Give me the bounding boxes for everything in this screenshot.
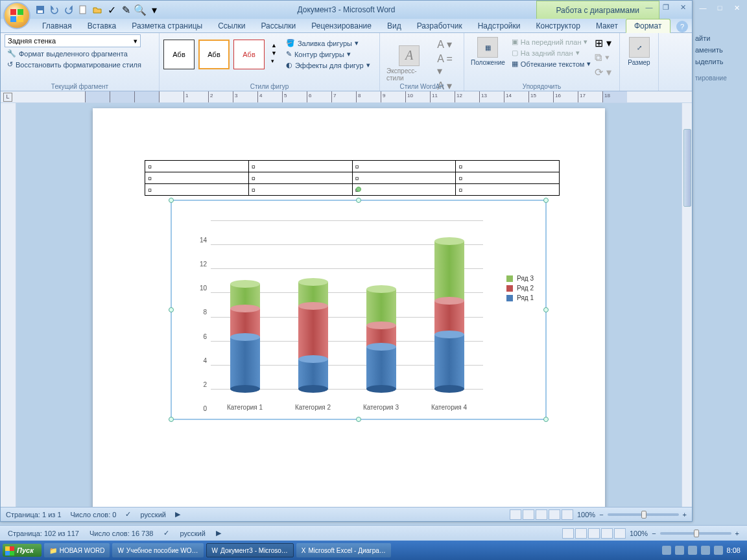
resize-handle[interactable] (543, 307, 549, 312)
wordart-fill-icon[interactable]: A ▾ (437, 38, 460, 51)
outer-view-btn[interactable] (614, 528, 626, 539)
tab-page-layout[interactable]: Разметка страницы (124, 19, 210, 32)
outer-minimize-button[interactable]: — (696, 3, 709, 13)
document-table[interactable]: ¤¤¤¤ ¤¤¤¤ ¤¤¤¤ (145, 160, 560, 196)
document-page[interactable]: ¤¤¤¤ ¤¤¤¤ ¤¤¤¤ 02468101 (93, 108, 605, 507)
resize-handle[interactable] (356, 198, 361, 203)
view-web[interactable] (536, 509, 547, 520)
rotation-handle[interactable] (356, 187, 361, 192)
view-draft[interactable] (562, 509, 573, 520)
quick-styles-button[interactable]: A Экспресс-стили (384, 43, 434, 84)
zoom-slider[interactable] (608, 513, 679, 516)
tray-icon[interactable] (675, 546, 684, 555)
resize-handle[interactable] (169, 417, 174, 422)
taskbar-item[interactable]: WУчебное пособие WO… (112, 543, 203, 557)
table-row[interactable]: ¤¤¤¤ (145, 161, 560, 172)
outer-status-macro-icon[interactable]: ▶ (216, 529, 221, 537)
replace-button[interactable]: аменить (693, 44, 747, 56)
status-page[interactable]: Страница: 1 из 1 (6, 511, 62, 519)
redo-icon[interactable] (63, 4, 75, 16)
format-selection-button[interactable]: 🔧 Формат выделенного фрагмента (5, 49, 130, 58)
resize-handle[interactable] (543, 198, 549, 203)
tab-review[interactable]: Рецензирование (303, 19, 379, 32)
resize-handle[interactable] (169, 198, 174, 203)
outer-status-page[interactable]: Страница: 102 из 117 (8, 530, 79, 537)
view-fullscreen[interactable] (523, 509, 534, 520)
resize-handle[interactable] (356, 417, 361, 422)
undo-icon[interactable] (49, 4, 60, 16)
taskbar-item[interactable]: 📁НОВАЯ WORD (44, 543, 110, 557)
shape-style-1[interactable]: Абв (163, 40, 195, 69)
wordart-outline-icon[interactable]: A = ▾ (437, 53, 460, 77)
shape-outline-button[interactable]: ✎Контур фигуры ▾ (285, 49, 372, 59)
tab-view[interactable]: Вид (379, 19, 409, 32)
outer-view-btn[interactable] (601, 528, 613, 539)
vertical-ruler[interactable] (1, 103, 16, 507)
outer-close-button[interactable]: ✕ (730, 3, 743, 13)
view-print-layout[interactable] (510, 509, 521, 520)
minimize-button[interactable]: — (643, 2, 656, 12)
new-icon[interactable] (77, 4, 89, 16)
tab-developer[interactable]: Разработчик (409, 19, 470, 32)
resize-handle[interactable] (169, 307, 174, 312)
tab-chart-layout[interactable]: Макет (588, 19, 626, 32)
open-icon[interactable] (91, 4, 103, 16)
outer-view-btn[interactable] (562, 528, 574, 539)
align-icon[interactable]: ⊞ ▾ (595, 37, 611, 49)
start-button[interactable]: Пуск (3, 544, 42, 557)
save-icon[interactable] (34, 4, 46, 16)
style-gallery-more[interactable]: ▾ (271, 58, 277, 64)
tray-icon[interactable] (662, 546, 671, 555)
view-outline[interactable] (549, 509, 560, 520)
send-back-button[interactable]: ▢На задний план ▾ (510, 48, 593, 58)
bring-front-button[interactable]: ▣На передний план ▾ (510, 37, 593, 47)
clock[interactable]: 8:08 (727, 546, 741, 554)
document-scroll[interactable]: ¤¤¤¤ ¤¤¤¤ ¤¤¤¤ 02468101 (16, 103, 682, 507)
shape-style-2[interactable]: Абв (198, 40, 230, 69)
taskbar-item[interactable]: XMicrosoft Excel - Диагра… (296, 543, 391, 557)
table-row[interactable]: ¤¤¤¤ (145, 172, 560, 184)
print-preview-icon[interactable]: 🔍 (134, 4, 146, 16)
tab-insert[interactable]: Вставка (80, 19, 124, 32)
outer-maximize-button[interactable]: □ (713, 3, 726, 13)
chart-element-selector[interactable]: Задняя стенка ▾ (5, 34, 141, 47)
status-spellcheck-icon[interactable]: ✓ (125, 510, 131, 519)
text-wrap-button[interactable]: ▦Обтекание текстом ▾ (510, 59, 593, 69)
style-gallery-down[interactable]: ▼ (271, 50, 277, 56)
chart-object[interactable]: 02468101214 Категория 1Категория 2Катего… (171, 200, 547, 420)
outer-status-spellcheck-icon[interactable]: ✓ (163, 529, 169, 537)
help-button[interactable]: ? (676, 21, 688, 32)
outer-zoom-out[interactable]: − (652, 530, 656, 537)
resize-handle[interactable] (543, 417, 549, 422)
size-button[interactable]: ⤢ Размер (625, 34, 652, 69)
outer-status-language[interactable]: русский (180, 530, 205, 537)
qat-dropdown-icon[interactable]: ▾ (148, 4, 160, 16)
outer-zoom-slider[interactable] (660, 532, 731, 535)
style-gallery-up[interactable]: ▲ (271, 42, 277, 49)
select-button[interactable]: ыделить (693, 56, 747, 67)
shape-style-3[interactable]: Абв (233, 40, 265, 69)
edit-icon[interactable]: ✎ (120, 4, 132, 16)
zoom-level[interactable]: 100% (577, 511, 595, 519)
outer-view-btn[interactable] (575, 528, 587, 539)
status-macro-icon[interactable]: ▶ (175, 510, 180, 519)
office-button[interactable] (3, 2, 30, 29)
tray-icon[interactable] (701, 546, 710, 555)
close-button[interactable]: ✕ (676, 2, 689, 12)
zoom-slider-thumb[interactable] (641, 511, 646, 519)
outer-view-btn[interactable] (588, 528, 600, 539)
reset-style-button[interactable]: ↺ Восстановить форматирование стиля (5, 60, 144, 69)
horizontal-ruler[interactable]: L 123456789101112131415161718 (1, 91, 692, 103)
outer-zoom-level[interactable]: 100% (630, 530, 648, 537)
status-language[interactable]: русский (140, 511, 165, 519)
tray-icon[interactable] (688, 546, 697, 555)
tray-icon[interactable] (714, 546, 723, 555)
vertical-scrollbar[interactable] (682, 103, 692, 507)
taskbar-item-active[interactable]: WДокумент3 - Microso… (206, 543, 294, 557)
table-row[interactable]: ¤¤¤¤ (145, 184, 560, 196)
tab-selector[interactable]: L (3, 93, 12, 102)
tab-home[interactable]: Главная (34, 19, 80, 32)
tab-chart-format[interactable]: Формат (626, 19, 670, 33)
position-button[interactable]: ▦ Положение (468, 34, 508, 69)
shape-effects-button[interactable]: ◐Эффекты для фигур ▾ (285, 60, 372, 70)
